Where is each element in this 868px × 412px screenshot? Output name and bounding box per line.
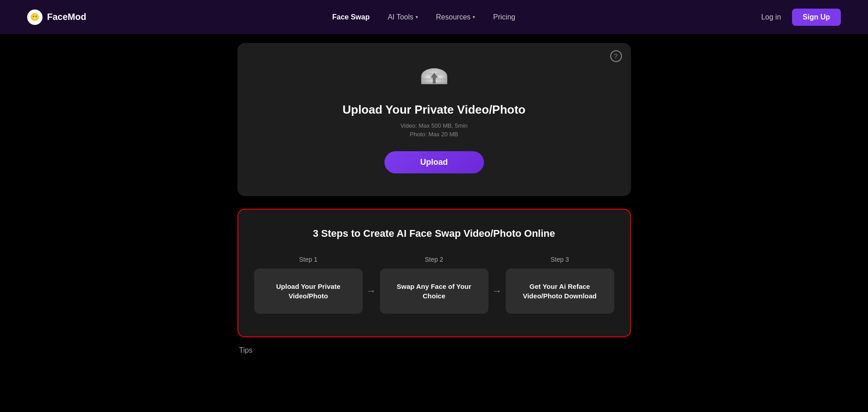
upload-button[interactable]: Upload bbox=[384, 151, 484, 173]
login-button[interactable]: Log in bbox=[761, 13, 781, 21]
logo-icon: 😶 bbox=[27, 10, 43, 25]
chevron-down-icon: ▾ bbox=[473, 14, 475, 19]
step-1-text: Upload Your Private Video/Photo bbox=[261, 282, 356, 301]
navbar-actions: Log in Sign Up bbox=[761, 9, 841, 26]
upload-title: Upload Your Private Video/Photo bbox=[342, 103, 526, 117]
step-2-text: Swap Any Face of Your Choice bbox=[387, 282, 481, 301]
step-2-container: Step 2 Swap Any Face of Your Choice bbox=[380, 256, 489, 314]
arrow-1: → bbox=[366, 285, 376, 297]
signup-button[interactable]: Sign Up bbox=[792, 9, 841, 26]
cloud-upload-icon bbox=[416, 61, 452, 95]
nav-resources[interactable]: Resources ▾ bbox=[436, 13, 475, 21]
tips-label: Tips bbox=[239, 346, 253, 354]
logo-text: FaceMod bbox=[47, 12, 86, 22]
nav-pricing[interactable]: Pricing bbox=[493, 13, 515, 21]
steps-section: 3 Steps to Create AI Face Swap Video/Pho… bbox=[237, 209, 631, 337]
step-1-label: Step 1 bbox=[299, 256, 317, 263]
step-2-label: Step 2 bbox=[425, 256, 443, 263]
steps-row: Step 1 Upload Your Private Video/Photo →… bbox=[256, 256, 612, 314]
step-3-label: Step 3 bbox=[550, 256, 569, 263]
navbar: 😶 FaceMod Face Swap AI Tools ▾ Resources… bbox=[0, 0, 868, 34]
constraint-video: Video: Max 500 MB, 5min bbox=[400, 122, 468, 129]
nav-ai-tools[interactable]: AI Tools ▾ bbox=[388, 13, 418, 21]
nav-links: Face Swap AI Tools ▾ Resources ▾ Pricing bbox=[332, 13, 515, 21]
help-icon[interactable]: ? bbox=[610, 50, 622, 62]
step-3-box: Get Your Ai Reface Video/Photo Download bbox=[506, 268, 614, 314]
chevron-down-icon: ▾ bbox=[416, 14, 418, 19]
logo[interactable]: 😶 FaceMod bbox=[27, 10, 86, 25]
step-3-text: Get Your Ai Reface Video/Photo Download bbox=[513, 282, 607, 301]
upload-constraints: Video: Max 500 MB, 5min Photo: Max 20 MB bbox=[400, 122, 468, 138]
upload-section: ? Upload Your Private Video bbox=[237, 43, 631, 196]
arrow-2: → bbox=[492, 285, 502, 297]
main-content: ? Upload Your Private Video bbox=[0, 34, 868, 368]
step-2-box: Swap Any Face of Your Choice bbox=[380, 268, 489, 314]
constraint-photo: Photo: Max 20 MB bbox=[410, 131, 458, 138]
nav-face-swap[interactable]: Face Swap bbox=[332, 13, 370, 21]
step-1-box: Upload Your Private Video/Photo bbox=[254, 268, 363, 314]
step-1-container: Step 1 Upload Your Private Video/Photo bbox=[254, 256, 363, 314]
step-3-container: Step 3 Get Your Ai Reface Video/Photo Do… bbox=[506, 256, 614, 314]
tips-section: Tips bbox=[237, 346, 631, 355]
steps-title: 3 Steps to Create AI Face Swap Video/Pho… bbox=[256, 228, 612, 240]
